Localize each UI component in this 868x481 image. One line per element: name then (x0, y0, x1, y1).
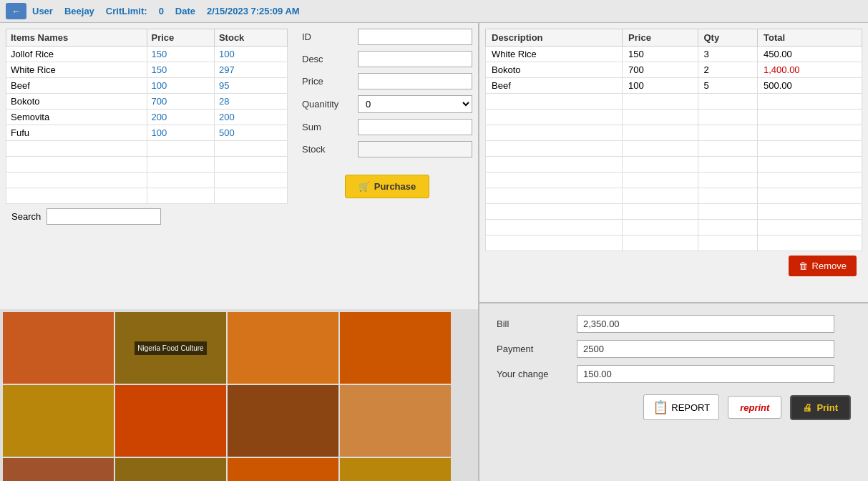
print-label: Print (816, 402, 838, 413)
gallery-image (115, 458, 226, 481)
table-row[interactable]: Semovita200200 (6, 110, 288, 125)
payment-input[interactable] (577, 340, 834, 358)
list-item (486, 94, 862, 110)
remove-button[interactable]: 🗑 Remove (789, 256, 857, 276)
list-item (486, 220, 862, 235)
desc-input[interactable] (358, 51, 472, 67)
sum-label: Sum (302, 122, 352, 132)
report-icon: 📋 (653, 399, 668, 415)
reprint-button[interactable]: reprint (728, 396, 781, 419)
gallery-image: Nigeria Food Culture (115, 312, 226, 384)
items-section: Items Names Price Stock Jollof Rice15010… (0, 23, 293, 309)
stock-label: Stock (302, 144, 352, 155)
price-label: Price (302, 76, 352, 87)
change-row: Your change (497, 365, 851, 383)
table-row[interactable]: White Rice150297 (6, 62, 288, 78)
gallery-image (340, 458, 451, 481)
order-col-qty: Qty (698, 29, 758, 47)
gallery-image (228, 458, 338, 481)
crit-label: CritLimit: (106, 6, 147, 16)
user-label: User (32, 6, 53, 16)
change-label: Your change (497, 369, 568, 379)
search-label: Search (11, 211, 41, 222)
order-table: Description Price Qty Total White Rice15… (485, 29, 862, 251)
id-input[interactable] (358, 29, 472, 45)
table-row (6, 173, 288, 188)
table-row (6, 157, 288, 173)
order-col-desc: Description (486, 29, 623, 47)
order-section: Description Price Qty Total White Rice15… (479, 23, 868, 302)
gallery-image (115, 385, 226, 457)
col-stock: Stock (214, 29, 287, 47)
gallery-image (3, 312, 114, 384)
header-info: User Beejay CritLimit: 0 Date 2/15/2023 … (32, 6, 300, 16)
col-items-name: Items Names (6, 29, 147, 47)
food-gallery: Nigeria Food Culture (0, 309, 478, 481)
gallery-image (228, 312, 338, 384)
qty-label: Quanitity (302, 99, 352, 110)
action-buttons: 📋 REPORT reprint 🖨 Print (497, 394, 851, 420)
list-item (486, 235, 862, 251)
list-item (486, 204, 862, 220)
search-bar: Search (6, 204, 288, 229)
bill-label: Bill (497, 319, 568, 329)
trash-icon: 🗑 (799, 261, 808, 271)
list-item (486, 188, 862, 204)
price-row: Price (302, 73, 472, 89)
table-row (6, 141, 288, 157)
date-label: Date (175, 6, 195, 16)
printer-icon: 🖨 (803, 402, 812, 413)
gallery-image (340, 385, 451, 457)
stock-row: Stock 100 (302, 141, 472, 157)
table-row (6, 188, 288, 204)
remove-btn-area: 🗑 Remove (485, 251, 862, 281)
top-bar: ← User Beejay CritLimit: 0 Date 2/15/202… (0, 0, 868, 23)
list-item[interactable]: Bokoto70021,400.00 (486, 62, 862, 78)
table-row[interactable]: Fufu100500 (6, 125, 288, 141)
table-row[interactable]: Jollof Rice150100 (6, 47, 288, 62)
crit-value: 0 (159, 6, 164, 16)
search-input[interactable] (47, 208, 161, 225)
qty-select[interactable]: 0 1 2 3 5 10 (358, 95, 472, 113)
list-item (486, 110, 862, 125)
report-button[interactable]: 📋 REPORT (643, 394, 719, 420)
desc-label: Desc (302, 54, 352, 64)
reprint-label: reprint (740, 402, 769, 413)
user-value: Beejay (64, 6, 94, 16)
list-item (486, 173, 862, 188)
print-button[interactable]: 🖨 Print (790, 395, 851, 420)
sum-input[interactable] (358, 119, 472, 135)
payment-row: Payment (497, 340, 851, 358)
items-table: Items Names Price Stock Jollof Rice15010… (6, 29, 288, 204)
gallery-image (228, 385, 338, 457)
payment-section: Bill Payment Your change 📋 REPORT reprin… (479, 302, 868, 481)
list-item (486, 141, 862, 157)
price-input[interactable] (358, 73, 472, 89)
bill-input (577, 315, 834, 333)
list-item[interactable]: Beef1005500.00 (486, 78, 862, 94)
gallery-image (3, 458, 114, 481)
form-section: ID Desc Price Quanitity 0 1 2 (293, 23, 481, 309)
list-item[interactable]: White Rice1503450.00 (486, 47, 862, 62)
left-panel: Items Names Price Stock Jollof Rice15010… (0, 23, 479, 481)
payment-label: Payment (497, 344, 568, 354)
purchase-label: Purchase (374, 181, 416, 192)
gallery-image (3, 385, 114, 457)
sum-row: Sum (302, 119, 472, 135)
id-row: ID (302, 29, 472, 45)
date-value: 2/15/2023 7:25:09 AM (207, 6, 300, 16)
table-row[interactable]: Bokoto70028 (6, 94, 288, 110)
purchase-button[interactable]: 🛒 Purchase (345, 175, 430, 198)
change-input (577, 365, 834, 383)
remove-label: Remove (812, 261, 847, 271)
order-col-total: Total (758, 29, 862, 47)
left-top: Items Names Price Stock Jollof Rice15010… (0, 23, 478, 309)
list-item (486, 157, 862, 173)
back-button[interactable]: ← (6, 3, 26, 19)
desc-row: Desc (302, 51, 472, 67)
main-area: Items Names Price Stock Jollof Rice15010… (0, 23, 868, 481)
cart-icon: 🛒 (359, 181, 370, 192)
qty-row: Quanitity 0 1 2 3 5 10 (302, 95, 472, 113)
table-row[interactable]: Beef10095 (6, 78, 288, 94)
list-item (486, 125, 862, 141)
